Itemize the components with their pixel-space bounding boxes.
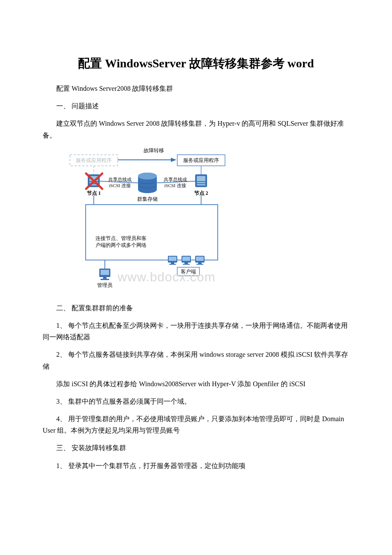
svg-rect-21 bbox=[101, 279, 109, 280]
node1-label: 节点 1 bbox=[86, 190, 101, 196]
service-left-text: 服务或应用程序 bbox=[76, 157, 112, 163]
cluster-diagram: 故障转移 服务或应用程序 服务或应用程序 bbox=[62, 147, 349, 296]
node2-server-icon bbox=[195, 174, 207, 187]
svg-rect-19 bbox=[101, 270, 109, 275]
svg-rect-23 bbox=[169, 257, 176, 261]
svg-rect-7 bbox=[197, 176, 205, 181]
section-1-heading: 一、 问题描述 bbox=[43, 100, 349, 112]
client-label: 客户端 bbox=[181, 269, 196, 275]
failover-label: 故障转移 bbox=[144, 147, 164, 153]
arrow-head bbox=[171, 158, 176, 162]
svg-rect-31 bbox=[196, 257, 204, 261]
section-2-item-4: 4、 用于管理集群的用户，不必使用域管理员账户，只要添加到本地管理员即可，同时是… bbox=[43, 413, 349, 436]
section-2-item-3: 3、 集群中的节点服务器必须属于同一个域。 bbox=[43, 396, 349, 407]
storage-label: 群集存储 bbox=[137, 196, 158, 202]
shared-bus-left-1: 共享总线或 bbox=[108, 177, 132, 182]
svg-rect-20 bbox=[103, 277, 107, 279]
section-2-note: 添加 iSCSI 的具体过程参给 Windows2008Server with … bbox=[43, 378, 349, 390]
svg-rect-33 bbox=[196, 264, 203, 265]
svg-rect-29 bbox=[183, 264, 190, 265]
network-text-2: 户端的两个或多个网络 bbox=[95, 242, 147, 248]
service-right-text: 服务或应用程序 bbox=[183, 157, 219, 163]
svg-rect-32 bbox=[198, 263, 202, 264]
svg-rect-28 bbox=[184, 263, 188, 264]
network-box bbox=[86, 205, 218, 260]
node2-label: 节点 2 bbox=[194, 190, 208, 196]
svg-point-13 bbox=[138, 173, 157, 179]
svg-rect-27 bbox=[182, 257, 190, 261]
admin-icon bbox=[99, 269, 110, 280]
shared-bus-left-2: iSCSI 连接 bbox=[109, 183, 130, 188]
admin-label: 管理员 bbox=[97, 282, 112, 288]
svg-rect-24 bbox=[171, 263, 174, 264]
svg-rect-25 bbox=[169, 264, 176, 265]
section-1-body: 建立双节点的 Windows Server 2008 故障转移集群，为 Hype… bbox=[43, 118, 349, 141]
section-2-heading: 二、 配置集群群前的准备 bbox=[43, 302, 349, 314]
client-icons bbox=[168, 256, 205, 265]
document-title: 配置 WindowsServer 故障转移集群参考 word bbox=[43, 55, 349, 72]
network-text-1: 连接节点、管理员和客 bbox=[95, 235, 147, 241]
section-3-item-1: 1、 登录其中一个集群节点，打开服务器管理器，定位到功能项 bbox=[43, 460, 349, 471]
section-3-heading: 三、 安装故障转移集群 bbox=[43, 442, 349, 454]
svg-point-12 bbox=[138, 186, 157, 193]
svg-rect-9 bbox=[197, 184, 205, 185]
svg-rect-8 bbox=[197, 182, 205, 183]
section-2-item-2: 2、 每个节点服务器链接到共享存储，本例采用 windows storage s… bbox=[43, 349, 349, 372]
shared-bus-right-1: 共享总线或 bbox=[164, 177, 187, 182]
shared-bus-right-2: iSCSI 连接 bbox=[164, 183, 186, 188]
subtitle-line: 配置 Windows Server2008 故障转移集群 bbox=[43, 83, 349, 94]
storage-icon bbox=[138, 173, 157, 193]
section-2-item-1: 1、 每个节点主机配备至少两块网卡，一块用于连接共享存储，一块用于网络通信。不能… bbox=[43, 320, 349, 343]
